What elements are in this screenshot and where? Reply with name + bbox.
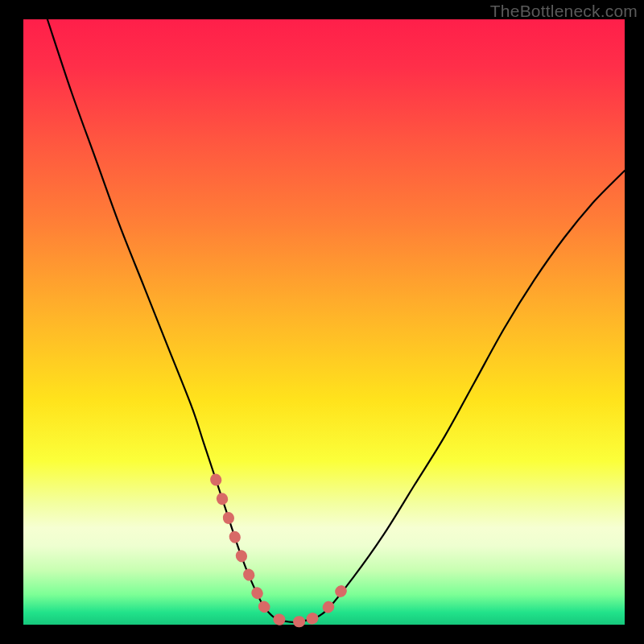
plot-area bbox=[23, 19, 625, 625]
bottleneck-curve bbox=[23, 19, 625, 625]
curve-path bbox=[47, 19, 625, 622]
highlight-left bbox=[216, 480, 264, 607]
watermark-text: TheBottleneck.com bbox=[490, 2, 638, 21]
highlight-right bbox=[312, 582, 349, 618]
chart-frame: TheBottleneck.com bbox=[0, 0, 644, 644]
